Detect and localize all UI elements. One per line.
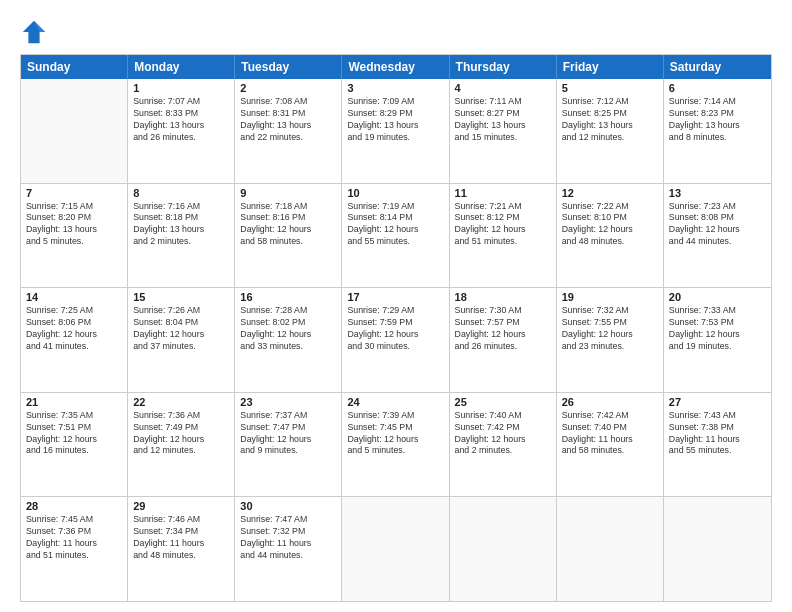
calendar-cell: 19Sunrise: 7:32 AM Sunset: 7:55 PM Dayli…	[557, 288, 664, 392]
day-info: Sunrise: 7:26 AM Sunset: 8:04 PM Dayligh…	[133, 305, 229, 353]
calendar-cell: 11Sunrise: 7:21 AM Sunset: 8:12 PM Dayli…	[450, 184, 557, 288]
calendar-cell: 20Sunrise: 7:33 AM Sunset: 7:53 PM Dayli…	[664, 288, 771, 392]
day-number: 4	[455, 82, 551, 94]
calendar-cell: 18Sunrise: 7:30 AM Sunset: 7:57 PM Dayli…	[450, 288, 557, 392]
day-info: Sunrise: 7:09 AM Sunset: 8:29 PM Dayligh…	[347, 96, 443, 144]
day-info: Sunrise: 7:37 AM Sunset: 7:47 PM Dayligh…	[240, 410, 336, 458]
day-number: 3	[347, 82, 443, 94]
day-number: 5	[562, 82, 658, 94]
day-info: Sunrise: 7:46 AM Sunset: 7:34 PM Dayligh…	[133, 514, 229, 562]
calendar-week-4: 21Sunrise: 7:35 AM Sunset: 7:51 PM Dayli…	[21, 392, 771, 497]
day-info: Sunrise: 7:47 AM Sunset: 7:32 PM Dayligh…	[240, 514, 336, 562]
day-info: Sunrise: 7:23 AM Sunset: 8:08 PM Dayligh…	[669, 201, 766, 249]
header-day-saturday: Saturday	[664, 55, 771, 79]
calendar-cell	[342, 497, 449, 601]
day-number: 18	[455, 291, 551, 303]
day-number: 8	[133, 187, 229, 199]
header-day-tuesday: Tuesday	[235, 55, 342, 79]
calendar-cell: 22Sunrise: 7:36 AM Sunset: 7:49 PM Dayli…	[128, 393, 235, 497]
day-number: 10	[347, 187, 443, 199]
day-number: 30	[240, 500, 336, 512]
calendar-cell	[664, 497, 771, 601]
day-info: Sunrise: 7:42 AM Sunset: 7:40 PM Dayligh…	[562, 410, 658, 458]
day-info: Sunrise: 7:21 AM Sunset: 8:12 PM Dayligh…	[455, 201, 551, 249]
day-info: Sunrise: 7:15 AM Sunset: 8:20 PM Dayligh…	[26, 201, 122, 249]
day-info: Sunrise: 7:22 AM Sunset: 8:10 PM Dayligh…	[562, 201, 658, 249]
calendar-cell: 23Sunrise: 7:37 AM Sunset: 7:47 PM Dayli…	[235, 393, 342, 497]
header-day-thursday: Thursday	[450, 55, 557, 79]
day-info: Sunrise: 7:35 AM Sunset: 7:51 PM Dayligh…	[26, 410, 122, 458]
day-info: Sunrise: 7:25 AM Sunset: 8:06 PM Dayligh…	[26, 305, 122, 353]
day-info: Sunrise: 7:30 AM Sunset: 7:57 PM Dayligh…	[455, 305, 551, 353]
page: SundayMondayTuesdayWednesdayThursdayFrid…	[0, 0, 792, 612]
day-info: Sunrise: 7:19 AM Sunset: 8:14 PM Dayligh…	[347, 201, 443, 249]
logo-icon	[20, 18, 48, 46]
day-info: Sunrise: 7:33 AM Sunset: 7:53 PM Dayligh…	[669, 305, 766, 353]
day-number: 13	[669, 187, 766, 199]
calendar-week-2: 7Sunrise: 7:15 AM Sunset: 8:20 PM Daylig…	[21, 183, 771, 288]
calendar-cell: 1Sunrise: 7:07 AM Sunset: 8:33 PM Daylig…	[128, 79, 235, 183]
calendar-cell: 9Sunrise: 7:18 AM Sunset: 8:16 PM Daylig…	[235, 184, 342, 288]
day-number: 2	[240, 82, 336, 94]
day-number: 27	[669, 396, 766, 408]
day-number: 6	[669, 82, 766, 94]
calendar-cell: 7Sunrise: 7:15 AM Sunset: 8:20 PM Daylig…	[21, 184, 128, 288]
day-number: 14	[26, 291, 122, 303]
calendar-cell: 21Sunrise: 7:35 AM Sunset: 7:51 PM Dayli…	[21, 393, 128, 497]
day-info: Sunrise: 7:39 AM Sunset: 7:45 PM Dayligh…	[347, 410, 443, 458]
day-number: 22	[133, 396, 229, 408]
calendar: SundayMondayTuesdayWednesdayThursdayFrid…	[20, 54, 772, 602]
calendar-cell: 26Sunrise: 7:42 AM Sunset: 7:40 PM Dayli…	[557, 393, 664, 497]
day-info: Sunrise: 7:40 AM Sunset: 7:42 PM Dayligh…	[455, 410, 551, 458]
calendar-header: SundayMondayTuesdayWednesdayThursdayFrid…	[21, 55, 771, 79]
calendar-cell: 15Sunrise: 7:26 AM Sunset: 8:04 PM Dayli…	[128, 288, 235, 392]
day-info: Sunrise: 7:08 AM Sunset: 8:31 PM Dayligh…	[240, 96, 336, 144]
day-number: 12	[562, 187, 658, 199]
day-info: Sunrise: 7:32 AM Sunset: 7:55 PM Dayligh…	[562, 305, 658, 353]
day-number: 7	[26, 187, 122, 199]
calendar-cell: 6Sunrise: 7:14 AM Sunset: 8:23 PM Daylig…	[664, 79, 771, 183]
day-number: 9	[240, 187, 336, 199]
day-info: Sunrise: 7:45 AM Sunset: 7:36 PM Dayligh…	[26, 514, 122, 562]
calendar-week-3: 14Sunrise: 7:25 AM Sunset: 8:06 PM Dayli…	[21, 287, 771, 392]
day-info: Sunrise: 7:43 AM Sunset: 7:38 PM Dayligh…	[669, 410, 766, 458]
header-day-monday: Monday	[128, 55, 235, 79]
calendar-cell	[21, 79, 128, 183]
day-info: Sunrise: 7:12 AM Sunset: 8:25 PM Dayligh…	[562, 96, 658, 144]
calendar-cell: 14Sunrise: 7:25 AM Sunset: 8:06 PM Dayli…	[21, 288, 128, 392]
calendar-body: 1Sunrise: 7:07 AM Sunset: 8:33 PM Daylig…	[21, 79, 771, 601]
calendar-cell: 17Sunrise: 7:29 AM Sunset: 7:59 PM Dayli…	[342, 288, 449, 392]
calendar-cell: 2Sunrise: 7:08 AM Sunset: 8:31 PM Daylig…	[235, 79, 342, 183]
day-info: Sunrise: 7:36 AM Sunset: 7:49 PM Dayligh…	[133, 410, 229, 458]
day-info: Sunrise: 7:07 AM Sunset: 8:33 PM Dayligh…	[133, 96, 229, 144]
logo	[20, 18, 52, 46]
day-info: Sunrise: 7:28 AM Sunset: 8:02 PM Dayligh…	[240, 305, 336, 353]
calendar-week-1: 1Sunrise: 7:07 AM Sunset: 8:33 PM Daylig…	[21, 79, 771, 183]
calendar-cell: 27Sunrise: 7:43 AM Sunset: 7:38 PM Dayli…	[664, 393, 771, 497]
calendar-cell: 10Sunrise: 7:19 AM Sunset: 8:14 PM Dayli…	[342, 184, 449, 288]
header-day-friday: Friday	[557, 55, 664, 79]
day-number: 26	[562, 396, 658, 408]
calendar-cell: 12Sunrise: 7:22 AM Sunset: 8:10 PM Dayli…	[557, 184, 664, 288]
header	[20, 18, 772, 46]
header-day-wednesday: Wednesday	[342, 55, 449, 79]
day-number: 15	[133, 291, 229, 303]
calendar-cell: 24Sunrise: 7:39 AM Sunset: 7:45 PM Dayli…	[342, 393, 449, 497]
day-number: 20	[669, 291, 766, 303]
day-info: Sunrise: 7:11 AM Sunset: 8:27 PM Dayligh…	[455, 96, 551, 144]
calendar-cell: 30Sunrise: 7:47 AM Sunset: 7:32 PM Dayli…	[235, 497, 342, 601]
day-info: Sunrise: 7:16 AM Sunset: 8:18 PM Dayligh…	[133, 201, 229, 249]
day-number: 25	[455, 396, 551, 408]
calendar-cell: 3Sunrise: 7:09 AM Sunset: 8:29 PM Daylig…	[342, 79, 449, 183]
day-info: Sunrise: 7:29 AM Sunset: 7:59 PM Dayligh…	[347, 305, 443, 353]
day-info: Sunrise: 7:18 AM Sunset: 8:16 PM Dayligh…	[240, 201, 336, 249]
day-number: 24	[347, 396, 443, 408]
calendar-cell	[450, 497, 557, 601]
calendar-cell: 25Sunrise: 7:40 AM Sunset: 7:42 PM Dayli…	[450, 393, 557, 497]
calendar-cell: 16Sunrise: 7:28 AM Sunset: 8:02 PM Dayli…	[235, 288, 342, 392]
calendar-cell: 13Sunrise: 7:23 AM Sunset: 8:08 PM Dayli…	[664, 184, 771, 288]
calendar-cell: 8Sunrise: 7:16 AM Sunset: 8:18 PM Daylig…	[128, 184, 235, 288]
calendar-cell: 29Sunrise: 7:46 AM Sunset: 7:34 PM Dayli…	[128, 497, 235, 601]
calendar-cell: 5Sunrise: 7:12 AM Sunset: 8:25 PM Daylig…	[557, 79, 664, 183]
header-day-sunday: Sunday	[21, 55, 128, 79]
